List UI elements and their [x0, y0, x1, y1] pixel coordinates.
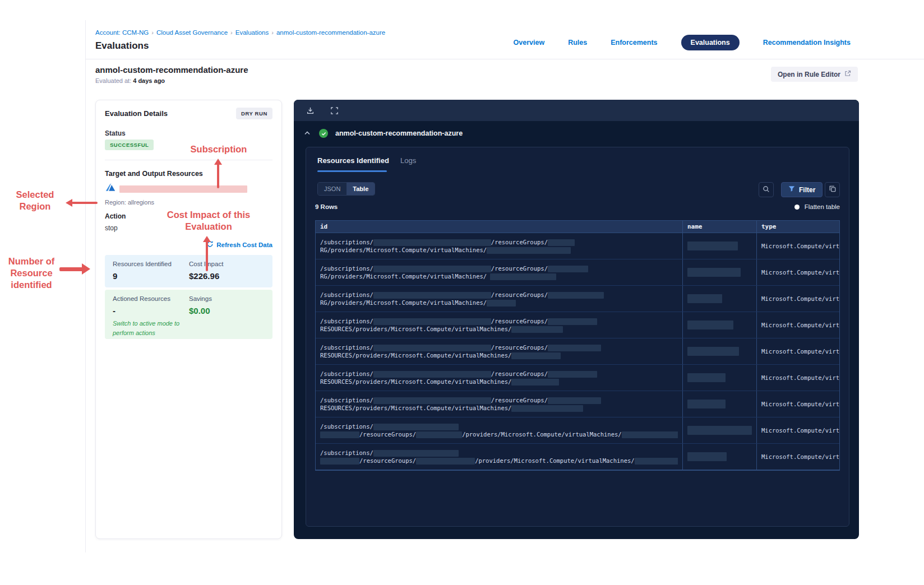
actioned-resources-label: Actioned Resources — [113, 295, 170, 302]
external-link-icon — [844, 70, 851, 78]
table-row[interactable]: /subscriptions//resourceGroups/RG/provid… — [316, 286, 839, 312]
table-row[interactable]: /subscriptions//resourceGroups//provider… — [316, 417, 839, 444]
redacted-value — [687, 268, 741, 277]
table-row[interactable]: /subscriptions//resourceGroups//provider… — [316, 444, 839, 470]
redacted-value — [548, 397, 601, 404]
page-title: Evaluations — [95, 40, 149, 52]
nav-tab-overview[interactable]: Overview — [514, 39, 545, 47]
breadcrumb-evaluations[interactable]: Evaluations — [235, 29, 269, 36]
type-cell: Microsoft.Compute/virtu — [756, 365, 839, 391]
open-rule-editor-button[interactable]: Open in Rule Editor — [771, 67, 858, 82]
actioned-resources-value: - — [113, 306, 170, 315]
table-row[interactable]: /subscriptions//resourceGroups/RG/provid… — [316, 233, 839, 259]
target-resources-heading: Target and Output Resources — [105, 170, 203, 178]
redacted-value — [687, 373, 726, 382]
active-mode-note: Switch to active mode to perform actions — [113, 319, 214, 337]
resources-cost-box: Resources Identified 9 Cost Impact $226.… — [105, 255, 272, 287]
redacted-value — [687, 294, 722, 303]
redacted-value — [373, 266, 491, 272]
nav-tab-rules[interactable]: Rules — [568, 39, 587, 47]
id-cell: /subscriptions//resourceGroups/RG/provid… — [316, 259, 682, 285]
id-cell: /subscriptions//resourceGroups/RESOURCES… — [316, 312, 682, 338]
evaluation-name-title: anmol-custom-recommendation-azure — [95, 65, 248, 75]
flatten-radio-icon — [794, 205, 800, 210]
dry-run-badge: DRY RUN — [236, 108, 272, 119]
filter-button[interactable]: Filter — [781, 182, 823, 197]
active-tab-underline — [317, 170, 387, 172]
table-row[interactable]: /subscriptions//resourceGroups/RESOURCES… — [316, 338, 839, 365]
subscription-arrow-line — [217, 164, 219, 188]
name-cell — [682, 417, 756, 443]
toggle-json[interactable]: JSON — [318, 183, 346, 195]
flatten-table-toggle[interactable]: Flatten table — [794, 203, 840, 210]
table-row[interactable]: /subscriptions//resourceGroups/RESOURCES… — [316, 365, 839, 391]
name-cell — [682, 312, 756, 338]
tab-logs[interactable]: Logs — [400, 156, 416, 165]
id-cell: /subscriptions//resourceGroups/RG/provid… — [316, 233, 682, 259]
copy-button[interactable] — [825, 182, 840, 197]
nav-tab-enforcements[interactable]: Enforcements — [611, 39, 657, 47]
column-name: name — [682, 221, 756, 233]
type-cell: Microsoft.Compute/virtu — [756, 259, 839, 285]
resources-identified-value: 9 — [113, 271, 172, 281]
status-label: Status — [105, 129, 126, 137]
type-cell: Microsoft.Compute/virtu — [756, 417, 839, 443]
breadcrumb-cloud-asset-governance[interactable]: Cloud Asset Governance — [156, 29, 228, 36]
nav-tab-recommendation-insights[interactable]: Recommendation Insights — [763, 39, 851, 47]
table-row[interactable]: /subscriptions//resourceGroups/RESOURCES… — [316, 312, 839, 338]
breadcrumb-account[interactable]: Account: CCM-NG — [95, 29, 149, 36]
breadcrumb-separator: › — [151, 29, 154, 36]
redacted-value — [511, 326, 563, 333]
selected-region-arrow-line — [72, 202, 98, 204]
redacted-value — [687, 452, 727, 461]
redacted-value — [490, 273, 556, 280]
id-cell: /subscriptions//resourceGroups/RESOURCES… — [316, 391, 682, 417]
search-button[interactable] — [759, 182, 774, 197]
actioned-savings-box: Actioned Resources - Savings $0.00 Switc… — [105, 290, 272, 339]
id-cell: /subscriptions//resourceGroups//provider… — [316, 417, 682, 443]
results-table: id name type /subscriptions//resourceGro… — [315, 220, 840, 471]
chevron-up-icon[interactable] — [303, 129, 312, 138]
redacted-value — [687, 347, 739, 356]
redacted-value — [511, 379, 559, 386]
redacted-value — [687, 400, 726, 408]
name-cell — [682, 444, 756, 470]
fullscreen-icon[interactable] — [329, 105, 340, 116]
breadcrumb-current[interactable]: anmol-custom-recommendation-azure — [276, 29, 385, 36]
redacted-value — [548, 371, 597, 378]
redacted-value — [622, 431, 678, 438]
copy-icon — [829, 185, 837, 194]
results-table-header: id name type — [316, 221, 839, 233]
azure-icon — [105, 182, 116, 196]
top-nav: Overview Rules Enforcements Evaluations … — [514, 35, 851, 50]
nav-tab-evaluations[interactable]: Evaluations — [681, 35, 740, 50]
type-cell: Microsoft.Compute/virtu — [756, 444, 839, 470]
id-cell: /subscriptions//resourceGroups/RG/provid… — [316, 286, 682, 312]
id-cell: /subscriptions//resourceGroups/RESOURCES… — [316, 338, 682, 364]
tab-resources-identified[interactable]: Resources Identified — [317, 156, 389, 165]
filter-label: Filter — [799, 186, 815, 194]
table-row[interactable]: /subscriptions//resourceGroups/RESOURCES… — [316, 391, 839, 417]
redacted-value — [373, 239, 491, 246]
column-type: type — [756, 221, 839, 233]
resources-identified-label: Resources Identified — [113, 261, 172, 267]
type-cell: Microsoft.Compute/virtu — [756, 286, 839, 312]
redacted-value — [320, 431, 359, 438]
type-cell: Microsoft.Compute/virtu — [756, 338, 839, 364]
view-mode-toggle: JSON Table — [317, 182, 375, 196]
type-cell: Microsoft.Compute/virtu — [756, 391, 839, 417]
breadcrumb: Account: CCM-NG›Cloud Asset Governance›E… — [95, 29, 385, 36]
redacted-value — [416, 458, 475, 465]
table-row[interactable]: /subscriptions//resourceGroups/RG/provid… — [316, 259, 839, 286]
redacted-value — [487, 247, 571, 254]
download-icon[interactable] — [305, 105, 316, 116]
redacted-value — [548, 318, 597, 325]
action-label: Action — [105, 212, 126, 220]
result-section-title: anmol-custom-recommendation-azure — [335, 129, 463, 137]
redacted-value — [548, 345, 601, 351]
type-cell: Microsoft.Compute/virtu — [756, 233, 839, 259]
refresh-cost-data-link[interactable]: Refresh Cost Data — [206, 240, 272, 249]
toggle-table[interactable]: Table — [346, 183, 375, 195]
savings-label: Savings — [189, 295, 212, 302]
flatten-table-label: Flatten table — [805, 203, 840, 210]
